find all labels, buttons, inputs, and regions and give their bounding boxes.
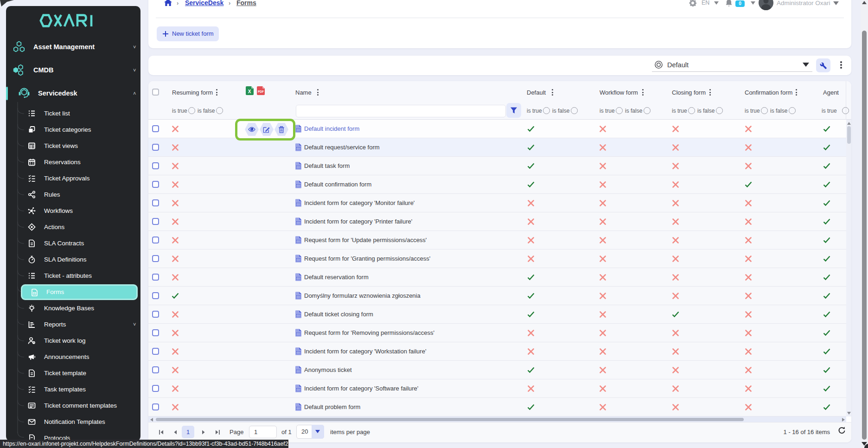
- svg-text:X: X: [248, 89, 251, 94]
- svg-text:PDF: PDF: [258, 90, 264, 93]
